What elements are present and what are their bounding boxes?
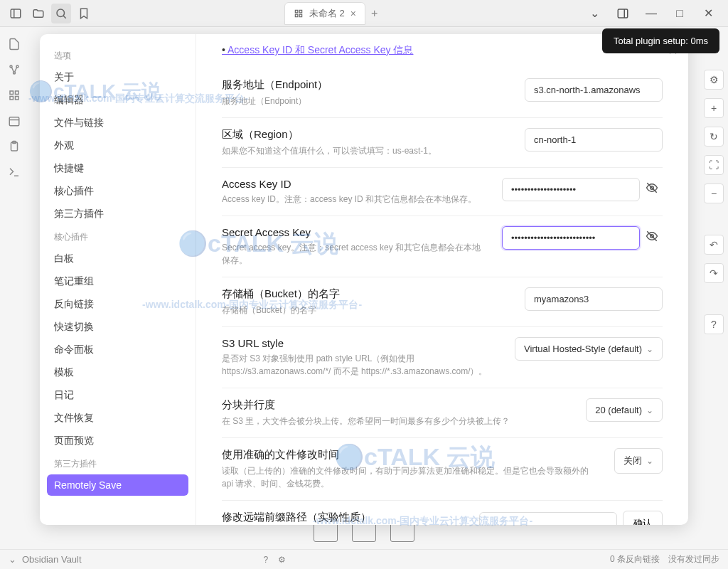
terminal-icon[interactable] [6, 164, 23, 181]
urlstyle-title: S3 URL style [222, 337, 500, 349]
toast-notification: Total plugin setup: 0ms [602, 28, 719, 53]
row-secret-access-key: Secret Access KeySecret access key。注意：se… [222, 216, 663, 277]
sidebar-item-community-plugins[interactable]: 第三方插件 [40, 203, 196, 225]
akid-input[interactable] [502, 178, 640, 201]
eye-off-icon[interactable] [646, 230, 663, 247]
region-input[interactable] [525, 128, 663, 151]
search-icon[interactable] [51, 4, 71, 23]
row-region: 区域（Region）如果您不知道这个值填什么，可以尝试填写：us-east-1。 [222, 117, 663, 167]
tab-untitled[interactable]: 未命名 2 × [284, 2, 365, 25]
calendar-icon[interactable] [6, 112, 23, 129]
row-prefix: 修改远端前缀路径（实验性质）默认设定 s3 保存在存储桶（Bucket）的根目录… [222, 500, 663, 525]
access-key-info-link[interactable]: Access Key ID 和 Secret Access Key 信息 [222, 41, 663, 68]
endpoint-desc: 服务地址（Endpoint） [222, 95, 510, 107]
svg-rect-15 [10, 91, 14, 95]
sidebar-section-core: 核心插件 [40, 225, 196, 248]
urlstyle-select[interactable]: Virtual Hosted-Style (default) [515, 337, 663, 361]
sidebar-item-daily-notes[interactable]: 日记 [40, 384, 196, 407]
region-title: 区域（Region） [222, 128, 510, 142]
vault-name[interactable]: ⌄ Obsidian Vault [9, 554, 82, 565]
svg-point-2 [57, 9, 65, 17]
sidebar-item-note-composer[interactable]: 笔记重组 [40, 270, 196, 293]
refresh-icon[interactable]: ↻ [704, 127, 724, 147]
sidebar-item-quick-switcher[interactable]: 快速切换 [40, 316, 196, 339]
settings-content: Access Key ID 和 Secret Access Key 信息 服务地… [196, 34, 688, 525]
tab-title: 未命名 2 [309, 7, 345, 20]
sidebar-item-editor[interactable]: 编辑器 [40, 89, 196, 112]
svg-line-13 [11, 67, 14, 72]
endpoint-input[interactable] [525, 78, 663, 102]
sidebar-item-file-recovery[interactable]: 文件恢复 [40, 407, 196, 430]
panel-icon[interactable] [611, 4, 634, 23]
gear-icon[interactable]: ⚙ [278, 555, 286, 565]
row-mtime: 使用准确的文件修改时间读取（已上传的）准确的文件修改时间，有助于同步算法更加准确… [222, 437, 663, 500]
close-button[interactable]: ✕ [697, 4, 719, 23]
gear-icon[interactable]: ⚙ [704, 70, 724, 90]
bucket-input[interactable] [525, 287, 663, 311]
settings-sidebar: 选项 关于 编辑器 文件与链接 外观 快捷键 核心插件 第三方插件 核心插件 白… [40, 34, 196, 525]
svg-rect-6 [295, 14, 298, 17]
status-bar: ⌄ Obsidian Vault ? ⚙ 0 条反向链接 没有发过同步 [0, 549, 728, 569]
svg-point-12 [14, 72, 16, 74]
minimize-button[interactable]: ― [640, 4, 663, 23]
concurrency-title: 分块并行度 [222, 398, 572, 412]
right-rail: ⚙ + ↻ ⛶ − ↶ ↷ ? [700, 27, 728, 549]
confirm-button[interactable]: 确认 [623, 511, 663, 525]
sidebar-item-backlinks[interactable]: 反向链接 [40, 293, 196, 316]
new-tab-button[interactable]: + [371, 7, 378, 20]
sidebar-section-options: 选项 [40, 44, 196, 66]
sidebar-item-remotely-save[interactable]: Remotely Save [47, 474, 188, 496]
eye-off-icon[interactable] [646, 181, 663, 198]
bookmark-icon[interactable] [74, 4, 94, 23]
files-icon[interactable] [6, 36, 23, 53]
sak-desc: Secret access key。注意：secret access key 和… [222, 241, 488, 267]
redo-icon[interactable]: ↷ [704, 263, 724, 283]
backlinks-count[interactable]: 0 条反向链接 [610, 553, 660, 565]
sidebar-item-templates[interactable]: 模板 [40, 361, 196, 384]
row-endpoint: 服务地址（Endpoint）服务地址（Endpoint） [222, 68, 663, 117]
undo-icon[interactable]: ↶ [704, 235, 724, 255]
sak-title: Secret Access Key [222, 226, 488, 238]
chevron-icon: ⌄ [9, 554, 16, 565]
row-access-key-id: Access Key IDAccess key ID。注意：access key… [222, 167, 663, 216]
clipboard-icon[interactable] [6, 138, 23, 155]
concurrency-select[interactable]: 20 (default) [586, 398, 663, 422]
close-icon[interactable]: × [350, 8, 356, 19]
help-icon[interactable]: ? [704, 314, 724, 334]
sak-input[interactable] [502, 226, 640, 250]
help-icon[interactable]: ? [263, 555, 268, 565]
mtime-desc: 读取（已上传的）准确的文件修改时间，有助于同步算法更加准确和稳定。但是它也会导致… [222, 464, 600, 490]
bucket-desc: 存储桶（Bucket）的名字 [222, 304, 510, 317]
plus-icon[interactable]: + [704, 98, 724, 118]
svg-rect-18 [16, 97, 19, 100]
sidebar-item-hotkeys[interactable]: 快捷键 [40, 157, 196, 180]
maximize-button[interactable]: □ [668, 4, 691, 23]
svg-line-3 [63, 16, 66, 18]
canvas-icon[interactable] [6, 87, 23, 104]
mtime-select[interactable]: 关闭 [614, 448, 663, 474]
graph-icon[interactable] [6, 61, 23, 78]
sidebar-item-appearance[interactable]: 外观 [40, 134, 196, 157]
prefix-title: 修改远端前缀路径（实验性质） [222, 511, 465, 524]
row-bucket: 存储桶（Bucket）的名字存储桶（Bucket）的名字 [222, 277, 663, 326]
sidebar-toggle-icon[interactable] [6, 4, 26, 23]
sidebar-item-command-palette[interactable]: 命令面板 [40, 339, 196, 361]
svg-rect-19 [9, 117, 19, 126]
prefix-input[interactable] [479, 512, 617, 526]
settings-modal: ✕ 选项 关于 编辑器 文件与链接 外观 快捷键 核心插件 第三方插件 核心插件… [40, 34, 688, 525]
svg-rect-17 [10, 97, 14, 100]
expand-icon[interactable]: ⛶ [704, 155, 724, 175]
sidebar-item-page-preview[interactable]: 页面预览 [40, 430, 196, 452]
svg-rect-4 [295, 10, 298, 13]
folder-icon[interactable] [28, 4, 48, 23]
sidebar-item-canvas[interactable]: 白板 [40, 248, 196, 270]
sidebar-item-files-links[interactable]: 文件与链接 [40, 112, 196, 134]
dropdown-icon[interactable]: ⌄ [583, 4, 606, 23]
sidebar-item-core-plugins[interactable]: 核心插件 [40, 180, 196, 203]
minus-icon[interactable]: − [704, 184, 724, 203]
sidebar-item-about[interactable]: 关于 [40, 66, 196, 89]
row-concurrency: 分块并行度在 S3 里，大文件会被分块上传。您希望同一时间最多有多少个分块被上传… [222, 388, 663, 437]
left-rail [0, 27, 28, 549]
svg-line-14 [15, 67, 17, 72]
sync-status[interactable]: 没有发过同步 [668, 553, 719, 565]
